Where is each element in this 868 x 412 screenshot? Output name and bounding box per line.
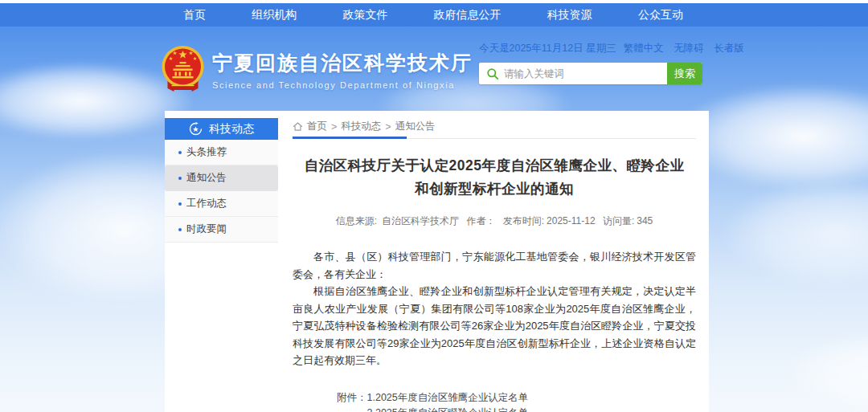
content-panel: 科技动态 头条推荐 通知公告 工作动态 时政要闻 bbox=[165, 111, 709, 412]
meta-author-label: 作者： bbox=[466, 215, 495, 226]
site-header: 宁夏回族自治区科学技术厅 Science and Technology Depa… bbox=[0, 32, 868, 109]
meta-visits: 345 bbox=[637, 215, 653, 226]
utility-links: 繁體中文 无障碍 长者版 bbox=[616, 42, 744, 55]
article-body: 各市、县（区）科技管理部门，宁东能源化工基地管委会，银川经济技术开发区管委会，各… bbox=[293, 248, 696, 369]
nav-items: 首页 组织机构 政策文件 政府信息公开 科技资源 公众互动 bbox=[183, 3, 683, 27]
page: 首页 组织机构 政策文件 政府信息公开 科技资源 公众互动 bbox=[0, 0, 868, 412]
link-senior-version[interactable]: 长者版 bbox=[714, 43, 744, 54]
top-navbar: 首页 组织机构 政策文件 政府信息公开 科技资源 公众互动 bbox=[0, 3, 868, 27]
article-title-line1: 自治区科技厅关于认定2025年度自治区雏鹰企业、瞪羚企业 bbox=[305, 157, 685, 173]
meta-visits-label: 访问量: bbox=[603, 215, 634, 226]
nav-item-government-info[interactable]: 政府信息公开 bbox=[434, 8, 502, 22]
breadcrumb-home[interactable]: 首页 bbox=[307, 120, 327, 133]
search-icon bbox=[479, 67, 504, 80]
star-circle-icon bbox=[189, 122, 203, 136]
date-row: 今天是2025年11月12日 星期三 繁體中文 无障碍 长者版 bbox=[479, 42, 702, 55]
national-emblem-icon bbox=[161, 45, 205, 95]
article-title-line2: 和创新型标杆企业的通知 bbox=[415, 181, 574, 197]
nav-item-tech-resources[interactable]: 科技资源 bbox=[547, 8, 592, 22]
sidebar: 科技动态 头条推荐 通知公告 工作动态 时政要闻 bbox=[165, 111, 278, 412]
bullet-icon bbox=[178, 228, 182, 231]
header-right: 今天是2025年11月12日 星期三 繁體中文 无障碍 长者版 搜索 bbox=[479, 42, 702, 84]
current-date: 今天是2025年11月12日 星期三 bbox=[479, 42, 616, 55]
breadcrumb-tech-news[interactable]: 科技动态 bbox=[341, 120, 381, 133]
sidebar-item-notices[interactable]: 通知公告 bbox=[165, 165, 278, 191]
sidebar-item-label: 头条推荐 bbox=[186, 145, 227, 159]
sidebar-item-work-updates[interactable]: 工作动态 bbox=[165, 191, 278, 217]
site-title: 宁夏回族自治区科学技术厅 bbox=[212, 50, 473, 76]
attachment-link-1[interactable]: 1.2025年度自治区雏鹰企业认定名单 bbox=[367, 390, 559, 406]
paragraph: 根据自治区雏鹰企业、瞪羚企业和创新型标杆企业认定管理有关规定，决定认定半亩良人农… bbox=[293, 283, 696, 369]
site-subtitle: Science and Technology Department of Nin… bbox=[212, 80, 473, 90]
brand: 宁夏回族自治区科学技术厅 Science and Technology Depa… bbox=[161, 45, 473, 95]
nav-item-home[interactable]: 首页 bbox=[183, 8, 206, 22]
meta-source-label: 信息来源: bbox=[336, 215, 377, 226]
bullet-icon bbox=[178, 151, 182, 154]
breadcrumb-separator: > bbox=[331, 121, 337, 133]
cloud-decoration bbox=[788, 333, 868, 412]
search-box: 搜索 bbox=[479, 63, 702, 84]
sidebar-item-label: 时政要闻 bbox=[186, 222, 227, 236]
brand-text: 宁夏回族自治区科学技术厅 Science and Technology Depa… bbox=[212, 50, 473, 90]
home-icon bbox=[293, 121, 303, 132]
meta-time-label: 发布时间: bbox=[503, 215, 544, 226]
sidebar-item-label: 工作动态 bbox=[186, 197, 227, 210]
breadcrumb: 首页 > 科技动态 > 通知公告 bbox=[293, 120, 696, 133]
paragraph: 各市、县（区）科技管理部门，宁东能源化工基地管委会，银川经济技术开发区管委会，各… bbox=[293, 248, 696, 283]
cloud-decoration bbox=[723, 181, 868, 285]
bullet-icon bbox=[178, 177, 182, 180]
search-input[interactable] bbox=[504, 63, 667, 84]
bullet-icon bbox=[178, 202, 182, 206]
sidebar-item-current-affairs[interactable]: 时政要闻 bbox=[165, 217, 278, 243]
attachment-link-2[interactable]: 2.2025年度自治区瞪羚企业认定名单 bbox=[367, 406, 559, 412]
breadcrumb-divider bbox=[293, 138, 696, 139]
sidebar-title: 科技动态 bbox=[209, 122, 254, 137]
nav-item-organization[interactable]: 组织机构 bbox=[252, 8, 297, 22]
attachments: 附件： 1.2025年度自治区雏鹰企业认定名单 2.2025年度自治区瞪羚企业认… bbox=[337, 390, 696, 412]
meta-time: 2025-11-12 bbox=[547, 215, 596, 226]
sidebar-item-label: 通知公告 bbox=[186, 171, 227, 185]
article-area: 首页 > 科技动态 > 通知公告 自治区科技厅关于认定2025年度自治区雏鹰企业… bbox=[278, 111, 709, 412]
attachments-list: 1.2025年度自治区雏鹰企业认定名单 2.2025年度自治区瞪羚企业认定名单 … bbox=[367, 390, 559, 412]
nav-item-public-interaction[interactable]: 公众互动 bbox=[638, 8, 683, 22]
breadcrumb-divider-accent bbox=[293, 137, 407, 139]
meta-source: 自治区科学技术厅 bbox=[382, 215, 459, 226]
sidebar-menu: 头条推荐 通知公告 工作动态 时政要闻 bbox=[165, 140, 278, 243]
sidebar-item-headlines[interactable]: 头条推荐 bbox=[165, 140, 278, 165]
link-traditional-chinese[interactable]: 繁體中文 bbox=[624, 43, 664, 54]
article-meta: 信息来源:自治区科学技术厅 作者： 发布时间:2025-11-12 访问量:34… bbox=[293, 214, 696, 228]
link-accessibility[interactable]: 无障碍 bbox=[674, 43, 704, 54]
article-title: 自治区科技厅关于认定2025年度自治区雏鹰企业、瞪羚企业 和创新型标杆企业的通知 bbox=[293, 154, 696, 201]
attachments-label: 附件： bbox=[337, 390, 367, 412]
breadcrumb-separator: > bbox=[385, 121, 391, 133]
nav-item-policy-documents[interactable]: 政策文件 bbox=[342, 8, 387, 22]
breadcrumb-notices[interactable]: 通知公告 bbox=[395, 120, 436, 133]
search-button[interactable]: 搜索 bbox=[667, 63, 702, 84]
sidebar-header: 科技动态 bbox=[165, 118, 278, 140]
